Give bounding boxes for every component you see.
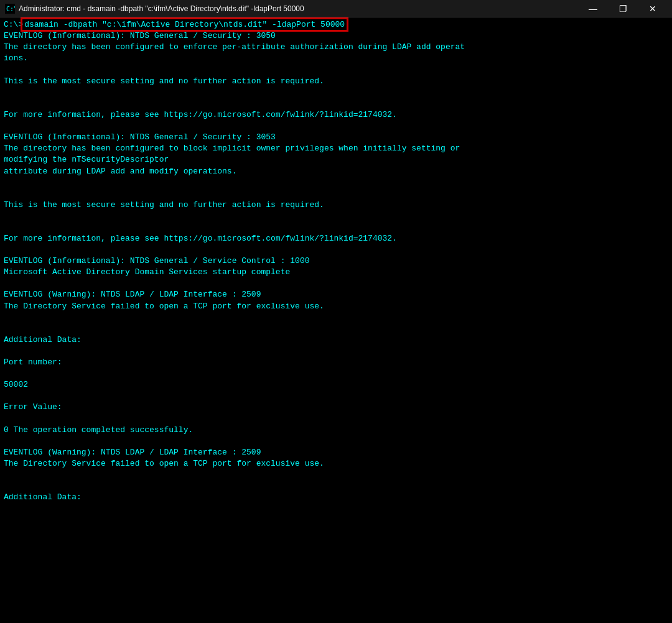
terminal-line: Port number: <box>4 357 668 368</box>
terminal-output: EVENTLOG (Informational): NTDS General /… <box>4 30 668 503</box>
terminal-line: EVENTLOG (Informational): NTDS General /… <box>4 256 668 267</box>
terminal-line: This is the most secure setting and no f… <box>4 76 668 87</box>
terminal-line <box>4 188 668 200</box>
minimize-button[interactable]: — <box>579 0 607 17</box>
terminal-line: EVENTLOG (Informational): NTDS General /… <box>4 30 668 42</box>
terminal-line: 0 The operation completed successfully. <box>4 425 668 436</box>
cmd-window: C:\ Administrator: cmd - dsamain -dbpath… <box>0 0 672 623</box>
terminal-line <box>4 65 668 76</box>
terminal-content: C:\> dsamain -dbpath "c:\ifm\Active Dire… <box>0 17 672 623</box>
terminal-line: 50002 <box>4 379 668 390</box>
terminal-line <box>4 436 668 447</box>
terminal-line <box>4 368 668 379</box>
svg-text:C:\: C:\ <box>6 6 15 12</box>
terminal-line <box>4 390 668 402</box>
terminal-line: This is the most secure setting and no f… <box>4 200 668 211</box>
terminal-line: For more information, please see https:/… <box>4 233 668 244</box>
terminal-line <box>4 244 668 256</box>
terminal-line <box>4 121 668 132</box>
terminal-line <box>4 312 668 323</box>
terminal-line <box>4 222 668 233</box>
terminal-line <box>4 98 668 109</box>
terminal-line <box>4 346 668 357</box>
terminal-line: The directory has been configured to blo… <box>4 143 668 154</box>
title-bar-left: C:\ Administrator: cmd - dsamain -dbpath… <box>5 4 304 14</box>
terminal-line: modifying the nTSecurityDescriptor <box>4 154 668 165</box>
terminal-line: The Directory Service failed to open a T… <box>4 301 668 312</box>
terminal-line <box>4 413 668 425</box>
terminal-line <box>4 323 668 335</box>
terminal-line: Additional Data: <box>4 335 668 346</box>
terminal-line: Additional Data: <box>4 492 668 503</box>
terminal-line: EVENTLOG (Warning): NTDS LDAP / LDAP Int… <box>4 289 668 300</box>
terminal-line: The directory has been configured to enf… <box>4 42 668 53</box>
terminal-line: The Directory Service failed to open a T… <box>4 458 668 469</box>
terminal-line <box>4 469 668 481</box>
terminal-line <box>4 211 668 222</box>
command-text: dsamain -dbpath "c:\ifm\Active Directory… <box>23 20 346 29</box>
terminal-line: Microsoft Active Directory Domain Servic… <box>4 267 668 278</box>
terminal-line <box>4 87 668 98</box>
terminal-line: For more information, please see https:/… <box>4 109 668 121</box>
title-bar: C:\ Administrator: cmd - dsamain -dbpath… <box>0 0 672 17</box>
terminal-line: Error Value: <box>4 402 668 413</box>
terminal-line: EVENTLOG (Informational): NTDS General /… <box>4 132 668 143</box>
terminal-line <box>4 481 668 492</box>
restore-button[interactable]: ❐ <box>609 0 637 17</box>
terminal-line: EVENTLOG (Warning): NTDS LDAP / LDAP Int… <box>4 447 668 458</box>
window-title: Administrator: cmd - dsamain -dbpath "c:… <box>19 4 304 13</box>
command-line: C:\> dsamain -dbpath "c:\ifm\Active Dire… <box>4 20 668 29</box>
cmd-icon: C:\ <box>5 4 15 14</box>
prompt: C:\> <box>4 20 23 29</box>
terminal-line <box>4 278 668 289</box>
window-controls: — ❐ ✕ <box>579 0 667 17</box>
close-button[interactable]: ✕ <box>638 0 667 17</box>
terminal-line: attribute during LDAP add and modify ope… <box>4 166 668 177</box>
terminal-line: ions. <box>4 53 668 64</box>
terminal-line <box>4 177 668 188</box>
